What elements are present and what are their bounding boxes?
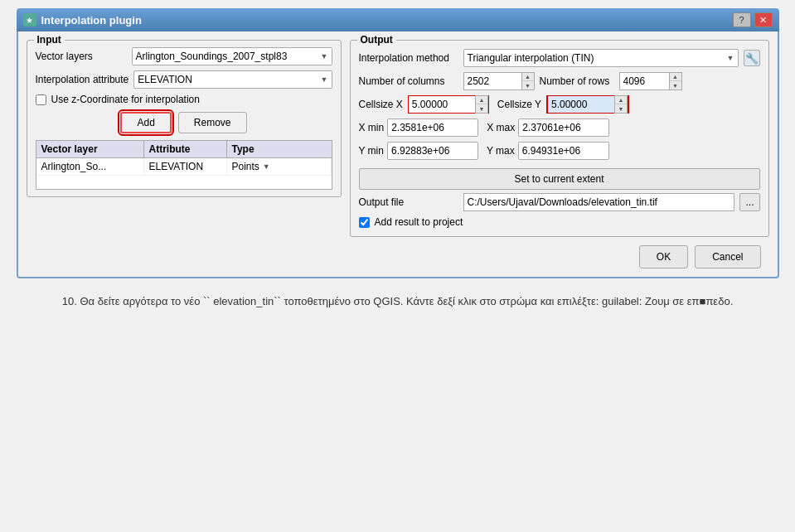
wrench-button[interactable]: 🔧 bbox=[744, 50, 760, 66]
type-combo-arrow[interactable]: ▼ bbox=[263, 162, 270, 171]
cellsize-y-input[interactable]: 5.00000 bbox=[548, 96, 614, 113]
interp-method-row: Interpolation method Triangular interpol… bbox=[359, 49, 760, 67]
input-group: Input Vector layers Arlington_Soundings_… bbox=[27, 40, 342, 197]
add-button[interactable]: Add bbox=[120, 112, 171, 133]
num-rows-up[interactable]: ▲ bbox=[670, 73, 681, 81]
add-remove-row: Add Remove bbox=[36, 112, 332, 133]
num-columns-spin[interactable]: 2502 ▲ ▼ bbox=[463, 72, 535, 90]
dialog-title: Interpolation plugin bbox=[41, 14, 142, 27]
cell-vector-layer: Arlington_So... bbox=[36, 158, 144, 175]
cellsize-x-item: Cellsize X 5.00000 ▲ ▼ bbox=[359, 95, 489, 114]
table-header: Vector layer Attribute Type bbox=[36, 141, 332, 158]
bottom-buttons: OK Cancel bbox=[27, 245, 769, 268]
num-columns-down[interactable]: ▼ bbox=[522, 81, 534, 89]
num-columns-input[interactable]: 2502 bbox=[463, 72, 521, 90]
title-bar: ★ Interpolation plugin ? ✕ bbox=[17, 8, 779, 31]
vector-layers-arrow: ▼ bbox=[321, 52, 328, 60]
add-to-project-row: Add result to project bbox=[359, 216, 760, 228]
output-file-input[interactable]: C:/Users/Ujaval/Downloads/elevation_tin.… bbox=[463, 193, 735, 211]
cellsize-x-up[interactable]: ▲ bbox=[476, 96, 487, 104]
interp-attr-value: ELEVATION bbox=[138, 74, 192, 85]
x-minmax-row: X min 2.3581e+06 X max 2.37061e+06 bbox=[359, 118, 760, 137]
num-rows-spin[interactable]: 4096 ▲ ▼ bbox=[619, 72, 682, 90]
cellsize-row: Cellsize X 5.00000 ▲ ▼ Cellsize Y bbox=[359, 95, 760, 114]
cellsize-x-input[interactable]: 5.00000 bbox=[409, 96, 475, 113]
dialog-body: Input Vector layers Arlington_Soundings_… bbox=[17, 31, 779, 278]
x-max-input[interactable]: 2.37061e+06 bbox=[518, 118, 609, 137]
interp-method-arrow: ▼ bbox=[727, 54, 734, 62]
vector-layers-value: Arlington_Soundings_2007_stpl83 bbox=[136, 51, 288, 62]
title-bar-controls: ? ✕ bbox=[733, 12, 773, 27]
footer-text: 10. Θα δείτε αργότερα το νέο `` elevatio… bbox=[62, 293, 734, 310]
cell-type: Points ▼ bbox=[227, 158, 332, 175]
interp-method-label: Interpolation method bbox=[359, 52, 458, 64]
y-min-item: Y min 6.92883e+06 bbox=[359, 142, 478, 160]
x-min-item: X min 2.3581e+06 bbox=[359, 118, 479, 137]
set-extent-button[interactable]: Set to current extent bbox=[359, 168, 760, 190]
use-z-coord-checkbox[interactable] bbox=[36, 94, 46, 105]
num-rows-label: Number of rows bbox=[540, 75, 614, 87]
col-vector-layer: Vector layer bbox=[36, 141, 144, 157]
add-to-project-checkbox[interactable] bbox=[359, 217, 370, 228]
interp-method-value: Triangular interpolation (TIN) bbox=[468, 52, 594, 64]
right-panel: Output Interpolation method Triangular i… bbox=[350, 40, 769, 237]
num-rows-down[interactable]: ▼ bbox=[670, 81, 681, 89]
output-file-row: Output file C:/Users/Ujaval/Downloads/el… bbox=[359, 193, 760, 211]
num-rows-input[interactable]: 4096 bbox=[619, 72, 669, 90]
cancel-button[interactable]: Cancel bbox=[695, 245, 760, 268]
add-to-project-label: Add result to project bbox=[375, 216, 463, 228]
table-row: Arlington_So... ELEVATION Points ▼ bbox=[36, 158, 332, 176]
help-button[interactable]: ? bbox=[733, 12, 751, 27]
cellsize-y-up[interactable]: ▲ bbox=[615, 96, 627, 104]
cellsize-y-down[interactable]: ▼ bbox=[615, 104, 627, 113]
output-file-label: Output file bbox=[359, 196, 458, 208]
output-group-title: Output bbox=[357, 34, 396, 46]
interp-attr-arrow: ▼ bbox=[321, 75, 328, 84]
interp-attr-combo[interactable]: ELEVATION ▼ bbox=[133, 70, 332, 89]
dialog-wrapper: ★ Interpolation plugin ? ✕ Input Vector … bbox=[17, 8, 779, 278]
ok-button[interactable]: OK bbox=[639, 245, 688, 268]
cellsize-y-item: Cellsize Y 5.00000 ▲ ▼ bbox=[497, 95, 629, 114]
vector-layers-row: Vector layers Arlington_Soundings_2007_s… bbox=[36, 47, 332, 65]
y-max-item: Y max 6.94931e+06 bbox=[487, 142, 609, 160]
use-z-coord-row: Use z-Coordinate for interpolation bbox=[36, 94, 332, 105]
interp-method-combo[interactable]: Triangular interpolation (TIN) ▼ bbox=[463, 49, 739, 67]
cellsize-y-spin[interactable]: 5.00000 ▲ ▼ bbox=[546, 95, 629, 114]
y-max-label: Y max bbox=[487, 145, 515, 157]
close-button[interactable]: ✕ bbox=[754, 12, 773, 27]
browse-button[interactable]: ... bbox=[739, 193, 759, 211]
use-z-coord-label: Use z-Coordinate for interpolation bbox=[51, 94, 200, 105]
y-min-label: Y min bbox=[359, 145, 384, 157]
interp-attr-label: Interpolation attribute bbox=[36, 74, 129, 85]
plugin-icon: ★ bbox=[23, 13, 36, 27]
cell-type-value: Points bbox=[232, 161, 259, 172]
x-max-label: X max bbox=[487, 122, 515, 133]
x-min-input[interactable]: 2.3581e+06 bbox=[387, 118, 478, 137]
num-columns-label: Number of columns bbox=[359, 75, 458, 87]
y-min-input[interactable]: 6.92883e+06 bbox=[387, 142, 478, 160]
col-type: Type bbox=[227, 141, 332, 157]
x-min-label: X min bbox=[359, 122, 385, 133]
cellsize-x-label: Cellsize X bbox=[359, 99, 403, 110]
x-max-item: X max 2.37061e+06 bbox=[487, 118, 609, 137]
cellsize-x-spin[interactable]: 5.00000 ▲ ▼ bbox=[408, 95, 489, 114]
dialog-content: Input Vector layers Arlington_Soundings_… bbox=[27, 40, 769, 237]
cols-rows-row: Number of columns 2502 ▲ ▼ Number of row… bbox=[359, 72, 760, 90]
cell-attribute: ELEVATION bbox=[144, 158, 227, 175]
y-minmax-row: Y min 6.92883e+06 Y max 6.94931e+06 bbox=[359, 142, 760, 160]
left-panel: Input Vector layers Arlington_Soundings_… bbox=[27, 40, 342, 237]
title-bar-left: ★ Interpolation plugin bbox=[23, 13, 142, 27]
y-max-input[interactable]: 6.94931e+06 bbox=[518, 142, 609, 160]
remove-button[interactable]: Remove bbox=[178, 112, 247, 133]
col-attribute: Attribute bbox=[144, 141, 227, 157]
interp-attr-row: Interpolation attribute ELEVATION ▼ bbox=[36, 70, 332, 89]
input-group-title: Input bbox=[34, 34, 65, 46]
cellsize-x-down[interactable]: ▼ bbox=[476, 104, 487, 113]
layers-table: Vector layer Attribute Type Arlington_So… bbox=[36, 140, 332, 190]
cellsize-y-label: Cellsize Y bbox=[497, 99, 541, 110]
vector-layers-combo[interactable]: Arlington_Soundings_2007_stpl83 ▼ bbox=[132, 47, 332, 65]
num-columns-up[interactable]: ▲ bbox=[522, 73, 534, 81]
vector-layers-label: Vector layers bbox=[36, 51, 127, 62]
output-group: Output Interpolation method Triangular i… bbox=[350, 40, 769, 237]
